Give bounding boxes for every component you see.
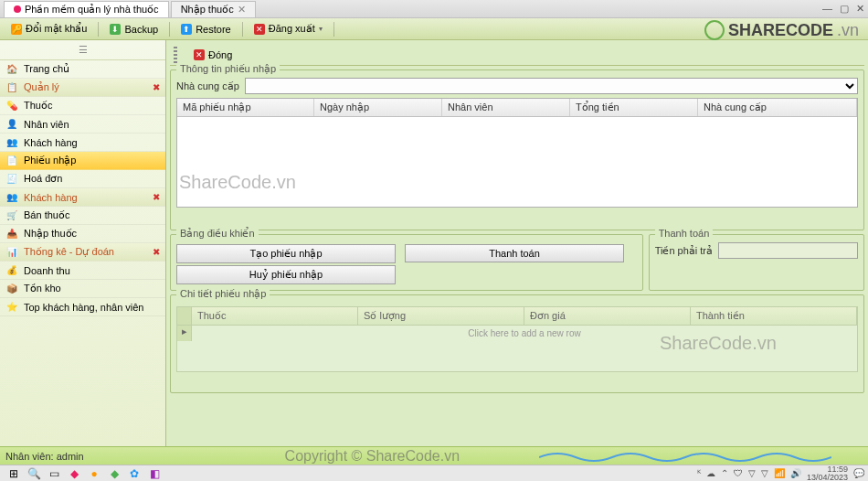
- taskview-icon[interactable]: ▭: [44, 466, 64, 481]
- hamburger-icon[interactable]: ☰: [0, 40, 165, 60]
- create-receipt-button[interactable]: Tạo phiếu nhập: [176, 244, 396, 263]
- content: ShareCode.vn ShareCode.vn ✕ Đóng Thông t…: [166, 40, 868, 446]
- tab-app[interactable]: Phần mềm quản lý nhà thuốc: [4, 1, 169, 17]
- panel-title: Thông tin phiếu nhập: [176, 63, 280, 75]
- app-icon[interactable]: ◆: [64, 466, 84, 481]
- btn-label: Restore: [196, 24, 231, 35]
- start-button[interactable]: ⊞: [4, 466, 24, 481]
- col-subtotal[interactable]: Thành tiền: [691, 307, 857, 325]
- backup-button[interactable]: ⬇ Backup: [104, 22, 164, 37]
- receipt-grid[interactable]: Mã phiếu nhập Ngày nhập Nhân viên Tổng t…: [176, 98, 858, 208]
- new-row[interactable]: Click here to add a new row: [192, 326, 857, 341]
- collapse-icon[interactable]: ✖: [153, 247, 160, 257]
- label: Bán thuốc: [24, 209, 69, 221]
- change-password-button[interactable]: 🔑 Đổi mật khẩu: [5, 21, 92, 37]
- tray-icon[interactable]: ☁: [706, 468, 715, 478]
- sidebar-stats-group[interactable]: 📊 Thống kê - Dự đoán ✖: [0, 243, 165, 262]
- collapse-icon[interactable]: ✖: [153, 192, 160, 202]
- col-id[interactable]: Mã phiếu nhập: [177, 99, 314, 116]
- sound-icon[interactable]: 🔊: [790, 468, 801, 478]
- close-icon[interactable]: ✕: [856, 3, 864, 15]
- logout-icon: ✕: [254, 24, 265, 35]
- search-icon[interactable]: 🔍: [24, 466, 44, 481]
- label: Tồn kho: [24, 283, 61, 294]
- collapse-icon[interactable]: ✖: [153, 82, 160, 92]
- col-medicine[interactable]: Thuốc: [192, 307, 358, 325]
- close-icon[interactable]: ✕: [238, 4, 246, 16]
- sidebar: ☰ 🏠 Trang chủ 📋 Quản lý ✖ 💊 Thuốc 👤 Nhân…: [0, 40, 166, 446]
- btn-label: Đăng xuất: [269, 23, 315, 35]
- col-qty[interactable]: Số lượng: [358, 307, 524, 325]
- sidebar-home[interactable]: 🏠 Trang chủ: [0, 60, 165, 79]
- logo-icon: [704, 20, 725, 40]
- people-icon: 👥: [5, 191, 18, 204]
- grid-body[interactable]: [177, 117, 857, 207]
- row-selector[interactable]: ▸: [177, 326, 192, 341]
- sidebar-medicine[interactable]: 💊 Thuốc: [0, 97, 165, 115]
- label: Huỷ phiếu nhập: [249, 269, 323, 280]
- sidebar-top[interactable]: ⭐ Top khách hàng, nhân viên: [0, 298, 165, 316]
- copyright-watermark: Copyright © ShareCode.vn: [285, 448, 460, 465]
- sidebar-invoice[interactable]: 🧾 Hoá đơn: [0, 170, 165, 188]
- separator: [333, 22, 334, 37]
- key-icon: 🔑: [11, 24, 22, 35]
- sidebar-customer[interactable]: 👥 Khách hàng: [0, 134, 165, 152]
- col-supplier[interactable]: Nhà cung cấp: [698, 99, 857, 116]
- app-icon[interactable]: ✿: [124, 466, 144, 481]
- col-staff[interactable]: Nhân viên: [442, 99, 570, 116]
- payment-panel: Thanh toán Tiền phải trả: [649, 234, 864, 291]
- sidebar-staff[interactable]: 👤 Nhân viên: [0, 115, 165, 134]
- label: Top khách hàng, nhân viên: [24, 302, 144, 313]
- cancel-receipt-button[interactable]: Huỷ phiếu nhập: [176, 265, 396, 284]
- tab-import[interactable]: Nhập thuốc ✕: [171, 1, 256, 17]
- label: Nhân viên: [24, 119, 69, 130]
- tray-icon[interactable]: ᴷ: [697, 468, 701, 478]
- status-user: Nhân viên: admin: [5, 451, 84, 462]
- logout-button[interactable]: ✕ Đăng xuất ▾: [249, 21, 328, 37]
- sidebar-sell[interactable]: 🛒 Bán thuốc: [0, 207, 165, 225]
- wifi-icon[interactable]: 📶: [774, 468, 785, 478]
- people-icon: 👥: [5, 136, 18, 149]
- app-icon[interactable]: ●: [84, 466, 104, 481]
- pay-button[interactable]: Thanh toán: [405, 244, 624, 262]
- app-icon[interactable]: ◧: [144, 466, 164, 481]
- sidebar-stock[interactable]: 📦 Tồn kho: [0, 280, 165, 298]
- app-icon[interactable]: ◆: [104, 466, 124, 481]
- grip-icon[interactable]: [174, 47, 177, 63]
- import-icon: 📥: [5, 228, 18, 240]
- row-selector-head: [177, 307, 192, 325]
- label: Doanh thu: [24, 265, 70, 276]
- detail-grid[interactable]: Thuốc Số lượng Đơn giá Thành tiền ▸ Clic…: [176, 306, 858, 372]
- supplier-label: Nhà cung cấp: [176, 80, 239, 92]
- titlebar: Phần mềm quản lý nhà thuốc Nhập thuốc ✕ …: [0, 0, 868, 18]
- amount-due-label: Tiền phải trả: [655, 245, 713, 257]
- col-date[interactable]: Ngày nhập: [314, 99, 442, 116]
- maximize-icon[interactable]: ▢: [840, 3, 849, 15]
- tray-icon[interactable]: ▽: [761, 468, 768, 478]
- sidebar-receipt[interactable]: 📄 Phiếu nhập: [0, 152, 165, 170]
- system-tray[interactable]: ᴷ ☁ ⌃ 🛡 ▽ ▽ 📶 🔊 11:59 13/04/2023 💬: [697, 465, 864, 482]
- col-price[interactable]: Đơn giá: [524, 307, 691, 325]
- label: Tạo phiếu nhập: [249, 248, 322, 259]
- receipt-icon: 📄: [5, 155, 18, 167]
- tray-icon[interactable]: 🛡: [734, 468, 743, 478]
- info-panel: Thông tin phiếu nhập Nhà cung cấp Mã phi…: [170, 69, 864, 230]
- tray-icon[interactable]: ▽: [748, 468, 756, 478]
- star-icon: ⭐: [5, 301, 18, 314]
- label: Nhập thuốc: [24, 228, 77, 240]
- logo-text: SHARECODE: [728, 21, 833, 40]
- close-tab-button[interactable]: ✕ Đóng: [188, 48, 238, 62]
- restore-button[interactable]: ⬆ Restore: [175, 22, 237, 37]
- minimize-icon[interactable]: —: [822, 3, 832, 15]
- notification-icon[interactable]: 💬: [853, 468, 864, 478]
- supplier-select[interactable]: [245, 78, 858, 94]
- taskbar-clock[interactable]: 11:59 13/04/2023: [807, 465, 848, 482]
- sidebar-revenue[interactable]: 💰 Doanh thu: [0, 262, 165, 280]
- btn-label: Backup: [124, 24, 158, 35]
- amount-due-input[interactable]: [718, 242, 858, 259]
- tray-icon[interactable]: ⌃: [721, 468, 728, 478]
- sidebar-manage-group[interactable]: 📋 Quản lý ✖: [0, 79, 165, 97]
- sidebar-import[interactable]: 📥 Nhập thuốc: [0, 225, 165, 243]
- sidebar-customer-group[interactable]: 👥 Khách hàng ✖: [0, 188, 165, 207]
- col-total[interactable]: Tổng tiền: [570, 99, 698, 116]
